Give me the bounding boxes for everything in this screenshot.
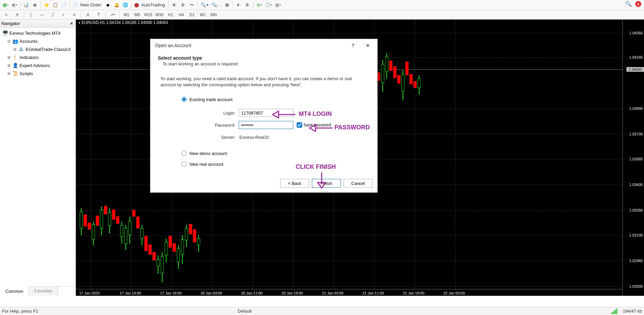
connection-bars-icon bbox=[611, 309, 617, 314]
status-profile[interactable]: Default bbox=[238, 309, 252, 314]
toolbar-separator bbox=[40, 1, 41, 9]
shift-icon[interactable]: ⊩ bbox=[235, 1, 243, 9]
autotrading-button[interactable]: ⬤AutoTrading bbox=[133, 1, 167, 9]
open-account-dialog: Open an Account ? ✕ Select account type … bbox=[150, 39, 378, 193]
navigator-tab-favorites[interactable]: Favorites bbox=[29, 287, 58, 296]
market-watch-icon[interactable]: 📊 bbox=[22, 1, 30, 9]
chart-candle bbox=[99, 207, 103, 235]
radio-real-account[interactable]: New real account bbox=[181, 159, 370, 169]
chart-candle bbox=[413, 78, 417, 94]
chart-candle bbox=[144, 232, 148, 259]
status-connection[interactable]: 194/47 kb bbox=[623, 309, 642, 314]
profiles-icon[interactable]: ▣▾ bbox=[10, 1, 18, 9]
login-label: Login: bbox=[205, 111, 235, 116]
label-icon[interactable]: T bbox=[94, 11, 104, 19]
new-chart-icon[interactable]: ▦▾ bbox=[1, 1, 9, 9]
chart-candle bbox=[405, 58, 409, 82]
tile-icon[interactable]: ⊞ bbox=[223, 1, 231, 9]
status-help: For Help, press F1 bbox=[2, 309, 38, 314]
crosshair-icon[interactable]: ✛ bbox=[12, 11, 22, 19]
chart-candle bbox=[184, 225, 188, 247]
tree-server[interactable]: ⊞🖧EGlobalTrade-Classic3 bbox=[1, 45, 75, 53]
new-order-button[interactable]: 📄New Order bbox=[72, 1, 103, 9]
indicators-dropdown[interactable]: ⊕▾ bbox=[255, 1, 263, 9]
navigator-icon[interactable]: ⊕ bbox=[31, 1, 39, 9]
timeframe-h4[interactable]: H4 bbox=[176, 11, 186, 19]
strategy-icon[interactable]: 📄 bbox=[60, 1, 68, 9]
timeframe-m30[interactable]: M30 bbox=[154, 11, 165, 19]
candle-chart-icon[interactable]: ⊪ bbox=[179, 1, 187, 9]
chart-candle bbox=[176, 245, 180, 269]
navigator-close-icon[interactable]: ✕ bbox=[69, 21, 74, 26]
chart-time-axis: 17 Jan 202517 Jan 10:0017 Jan 18:0020 Ja… bbox=[76, 289, 622, 296]
dialog-help-icon[interactable]: ? bbox=[346, 40, 360, 51]
tree-accounts[interactable]: ⊟👥Accounts bbox=[1, 37, 75, 45]
timeframe-d1[interactable]: D1 bbox=[187, 11, 197, 19]
vline-icon[interactable]: │ bbox=[26, 11, 36, 19]
notification-icon[interactable]: 1 bbox=[635, 1, 641, 7]
password-input[interactable] bbox=[239, 121, 293, 129]
line-chart-icon[interactable]: 〜 bbox=[188, 1, 196, 9]
toolbar-separator bbox=[81, 11, 81, 19]
toolbar-separator bbox=[20, 1, 20, 9]
text-icon[interactable]: A bbox=[83, 11, 93, 19]
tree-expert-advisors[interactable]: ⊞👤Expert Advisors bbox=[1, 61, 75, 69]
cloud-icon[interactable]: 🌐 bbox=[121, 1, 129, 9]
scroll-icon[interactable]: ⊪ bbox=[243, 1, 252, 9]
tree-scripts[interactable]: ⊞📜Scripts bbox=[1, 69, 75, 77]
annotation-finish: CLICK FINISH bbox=[296, 163, 336, 170]
trendline-icon[interactable]: ╱ bbox=[48, 11, 58, 19]
navigator-tab-common[interactable]: Common bbox=[0, 286, 29, 296]
zoom-out-icon[interactable]: 🔍- bbox=[210, 1, 219, 9]
dialog-close-icon[interactable]: ✕ bbox=[360, 40, 375, 51]
periods-dropdown[interactable]: 🕐▾ bbox=[264, 1, 273, 9]
timeframe-w1[interactable]: W1 bbox=[198, 11, 208, 19]
hline-icon[interactable]: — bbox=[37, 11, 47, 19]
chart-candle bbox=[188, 220, 192, 242]
radio-demo-input[interactable] bbox=[181, 151, 187, 156]
radio-real-input[interactable] bbox=[181, 161, 187, 167]
timeframe-mn[interactable]: MN bbox=[209, 11, 219, 19]
templates-dropdown[interactable]: ▦▾ bbox=[274, 1, 282, 9]
search-icon[interactable]: 🔍 bbox=[625, 1, 632, 7]
chart-candle bbox=[120, 222, 123, 244]
chart-candle bbox=[156, 255, 160, 274]
toolbar-separator bbox=[119, 11, 120, 19]
toolbar-separator bbox=[253, 1, 254, 9]
bar-chart-icon[interactable]: ⊪ bbox=[170, 1, 178, 9]
chart-candle bbox=[83, 212, 87, 233]
chart-price-axis: 1.043501.041951.038901.037351.035851.034… bbox=[622, 20, 644, 296]
time-tick: 17 Jan 2025 bbox=[79, 291, 100, 295]
signals-icon[interactable]: 🔔 bbox=[113, 1, 121, 9]
save-password-checkbox[interactable] bbox=[297, 122, 302, 128]
chart-candle bbox=[104, 201, 107, 223]
tree-indicators[interactable]: ⊞ƒIndicators bbox=[1, 53, 75, 61]
fibo-icon[interactable]: ≡ bbox=[69, 11, 79, 19]
timeframe-h1[interactable]: H1 bbox=[166, 11, 176, 19]
metatrader-icon[interactable]: ◆ bbox=[104, 1, 112, 9]
timeframe-m5[interactable]: M5 bbox=[132, 11, 142, 19]
channel-icon[interactable]: ⫽ bbox=[58, 11, 68, 19]
cancel-button[interactable]: Cancel bbox=[344, 179, 373, 188]
chart-candle bbox=[389, 57, 392, 78]
time-tick: 20 Jan 11:00 bbox=[241, 291, 263, 295]
timeframe-m15[interactable]: M15 bbox=[143, 11, 153, 19]
cursor-icon[interactable]: ↖ bbox=[1, 11, 11, 19]
chart-candle bbox=[124, 225, 127, 250]
data-window-icon[interactable]: ⭐ bbox=[42, 1, 51, 9]
price-tick: 1.03890 bbox=[629, 106, 643, 111]
radio-existing-account[interactable]: Existing trade account bbox=[181, 94, 370, 105]
chart-candle bbox=[417, 75, 421, 95]
timeframe-m1[interactable]: M1 bbox=[121, 11, 131, 19]
chart-candle bbox=[168, 232, 172, 255]
arrows-dropdown[interactable]: ↗▾ bbox=[108, 11, 118, 19]
chart-candle bbox=[132, 207, 136, 223]
radio-existing-input[interactable] bbox=[181, 97, 187, 102]
price-tick: 1.03280 bbox=[629, 208, 643, 212]
terminal-icon[interactable]: 📋 bbox=[51, 1, 59, 9]
zoom-in-icon[interactable]: 🔍+ bbox=[200, 1, 210, 9]
toolbar-separator bbox=[70, 1, 70, 9]
back-button[interactable]: < Back bbox=[280, 179, 309, 188]
radio-demo-account[interactable]: New demo account bbox=[181, 148, 370, 159]
tree-root[interactable]: 🖥️Exness Technologies MT4 bbox=[1, 29, 75, 37]
